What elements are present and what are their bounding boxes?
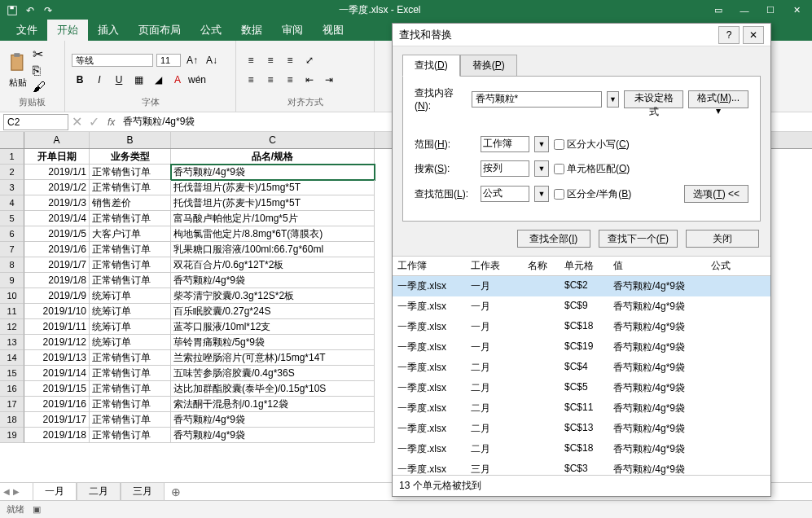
cell[interactable]: 正常销售订单 bbox=[90, 428, 171, 443]
result-row[interactable]: 一季度.xlsx二月$C$18香芍颗粒/4g*9袋 bbox=[393, 439, 770, 459]
name-box[interactable] bbox=[3, 114, 68, 130]
indent-dec-icon[interactable]: ⇤ bbox=[301, 72, 318, 88]
cell[interactable]: 正常销售订单 bbox=[90, 412, 171, 428]
row-header[interactable]: 13 bbox=[0, 335, 24, 350]
results-col-name[interactable]: 名称 bbox=[523, 257, 560, 275]
row-header[interactable]: 10 bbox=[0, 288, 24, 304]
ribbon-tab-5[interactable]: 数据 bbox=[231, 20, 272, 41]
save-icon[interactable] bbox=[7, 5, 18, 16]
phonetic-icon[interactable]: wén bbox=[189, 72, 205, 88]
cell[interactable]: 乳果糖口服溶液/100ml:66.7g*60ml bbox=[171, 242, 375, 257]
add-sheet-button[interactable]: ⊕ bbox=[165, 484, 187, 500]
sheet-tab[interactable]: 一月 bbox=[33, 482, 77, 501]
ribbon-tab-0[interactable]: 文件 bbox=[7, 20, 47, 41]
cell[interactable]: 统筹订单 bbox=[90, 304, 171, 319]
sheet-nav-next-icon[interactable]: ▶ bbox=[13, 487, 20, 496]
close-button[interactable]: 关闭 bbox=[686, 230, 759, 248]
cell[interactable]: 2019/1/3 bbox=[24, 195, 90, 211]
font-size-select[interactable] bbox=[156, 54, 181, 67]
font-color-icon[interactable]: A bbox=[169, 72, 186, 88]
within-dropdown-icon[interactable]: ▼ bbox=[534, 136, 549, 152]
match-case-checkbox[interactable]: 区分大小写(C) bbox=[554, 138, 630, 151]
results-col-workbook[interactable]: 工作簿 bbox=[393, 257, 466, 275]
cell[interactable]: 兰索拉唑肠溶片(可意林)/15mg*14T bbox=[171, 350, 375, 366]
cell[interactable]: 荜铃胃痛颗粒/5g*9袋 bbox=[171, 335, 375, 350]
cell[interactable]: 2019/1/5 bbox=[24, 226, 90, 242]
cell[interactable]: 品名/规格 bbox=[171, 149, 375, 165]
row-header[interactable]: 1 bbox=[0, 149, 24, 165]
undo-icon[interactable]: ↶ bbox=[24, 5, 36, 16]
italic-button[interactable]: I bbox=[91, 72, 108, 88]
row-header[interactable]: 8 bbox=[0, 257, 24, 273]
cell[interactable]: 大客户订单 bbox=[90, 226, 171, 242]
cell[interactable]: 正常销售订单 bbox=[90, 242, 171, 257]
fill-color-icon[interactable]: ◢ bbox=[150, 72, 166, 88]
sheet-nav-prev-icon[interactable]: ◀ bbox=[3, 487, 10, 496]
cell[interactable]: 销售差价 bbox=[90, 195, 171, 211]
match-entire-checkbox[interactable]: 单元格匹配(O) bbox=[554, 162, 630, 176]
cell[interactable]: 2019/1/17 bbox=[24, 412, 90, 428]
cell[interactable]: 2019/1/11 bbox=[24, 319, 90, 335]
row-header[interactable]: 3 bbox=[0, 180, 24, 195]
results-col-sheet[interactable]: 工作表 bbox=[466, 257, 523, 275]
cell[interactable]: 2019/1/13 bbox=[24, 350, 90, 366]
redo-icon[interactable]: ↷ bbox=[42, 5, 54, 16]
ribbon-tab-2[interactable]: 插入 bbox=[88, 20, 129, 41]
col-header-A[interactable]: A bbox=[24, 132, 90, 148]
maximize-icon[interactable]: ☐ bbox=[758, 2, 783, 19]
find-what-input[interactable] bbox=[472, 91, 602, 108]
result-row[interactable]: 一季度.xlsx一月$C$19香芍颗粒/4g*9袋 bbox=[393, 337, 770, 358]
row-header[interactable]: 16 bbox=[0, 381, 24, 397]
cell[interactable]: 柴芩清宁胶囊/0.3g*12S*2板 bbox=[171, 288, 375, 304]
row-header[interactable]: 7 bbox=[0, 242, 24, 257]
cell[interactable]: 索法酮干混悬剂/0.1g*12袋 bbox=[171, 397, 375, 412]
find-what-dropdown-icon[interactable]: ▼ bbox=[607, 91, 620, 108]
result-row[interactable]: 一季度.xlsx二月$C$5香芍颗粒/4g*9袋 bbox=[393, 378, 770, 398]
align-middle-icon[interactable]: ≡ bbox=[262, 52, 279, 68]
align-center-icon[interactable]: ≡ bbox=[262, 72, 279, 88]
ribbon-tab-4[interactable]: 公式 bbox=[191, 20, 231, 41]
cell[interactable]: 正常销售订单 bbox=[90, 211, 171, 226]
format-painter-icon[interactable]: 🖌 bbox=[33, 80, 46, 94]
col-header-C[interactable]: C bbox=[171, 132, 375, 148]
cell[interactable]: 2019/1/4 bbox=[24, 211, 90, 226]
tab-find[interactable]: 查找(D) bbox=[402, 55, 460, 77]
cell[interactable]: 香芍颗粒/4g*9袋 bbox=[171, 428, 375, 443]
copy-icon[interactable]: ⎘ bbox=[33, 64, 46, 78]
sheet-tab[interactable]: 二月 bbox=[77, 482, 121, 501]
lookin-select[interactable]: 公式 bbox=[481, 186, 529, 202]
result-row[interactable]: 一季度.xlsx一月$C$2香芍颗粒/4g*9袋 bbox=[393, 276, 770, 296]
cell[interactable]: 正常销售订单 bbox=[90, 350, 171, 366]
cell[interactable]: 2019/1/16 bbox=[24, 397, 90, 412]
result-row[interactable]: 一季度.xlsx一月$C$18香芍颗粒/4g*9袋 bbox=[393, 317, 770, 337]
cell[interactable]: 2019/1/10 bbox=[24, 304, 90, 319]
close-window-icon[interactable]: ✕ bbox=[784, 2, 809, 19]
dialog-titlebar[interactable]: 查找和替换 ? ✕ bbox=[393, 24, 770, 46]
ribbon-options-icon[interactable]: ▭ bbox=[706, 2, 731, 19]
cell[interactable]: 开单日期 bbox=[24, 149, 90, 165]
cell[interactable]: 2019/1/18 bbox=[24, 428, 90, 443]
row-header[interactable]: 11 bbox=[0, 304, 24, 319]
align-left-icon[interactable]: ≡ bbox=[243, 72, 259, 88]
result-row[interactable]: 一季度.xlsx三月$C$3香芍颗粒/4g*9袋 bbox=[393, 459, 770, 475]
search-select[interactable]: 按列 bbox=[481, 160, 529, 177]
cell[interactable]: 香芍颗粒/4g*9袋 bbox=[171, 412, 375, 428]
tab-replace[interactable]: 替换(P) bbox=[460, 55, 517, 77]
cell[interactable]: 正常销售订单 bbox=[90, 165, 171, 180]
cell[interactable]: 2019/1/12 bbox=[24, 335, 90, 350]
cell[interactable]: 正常销售订单 bbox=[90, 381, 171, 397]
cell[interactable]: 业务类型 bbox=[90, 149, 171, 165]
ribbon-tab-6[interactable]: 审阅 bbox=[272, 20, 313, 41]
cell[interactable]: 富马酸卢帕他定片/10mg*5片 bbox=[171, 211, 375, 226]
cell[interactable]: 统筹订单 bbox=[90, 319, 171, 335]
ribbon-tab-7[interactable]: 视图 bbox=[313, 20, 353, 41]
sheet-tab[interactable]: 三月 bbox=[121, 482, 165, 501]
orientation-icon[interactable]: ⤢ bbox=[301, 52, 318, 68]
results-col-cell[interactable]: 单元格 bbox=[560, 257, 608, 275]
cancel-formula-icon[interactable]: ✕ bbox=[72, 114, 82, 130]
increase-font-icon[interactable]: A↑ bbox=[184, 52, 200, 68]
row-header[interactable]: 9 bbox=[0, 273, 24, 288]
row-header[interactable]: 17 bbox=[0, 397, 24, 412]
options-button[interactable]: 选项(T) << bbox=[684, 185, 748, 203]
cell[interactable]: 正常销售订单 bbox=[90, 397, 171, 412]
